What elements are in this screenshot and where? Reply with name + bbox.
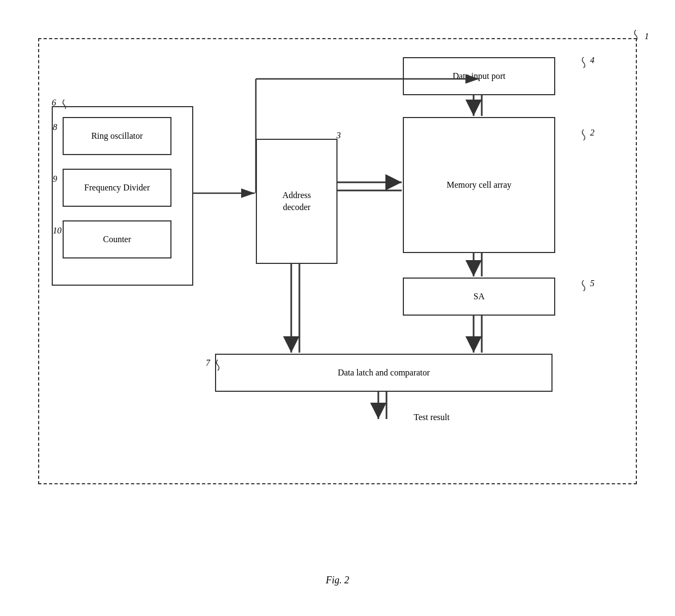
wavy-mark-1 bbox=[630, 27, 641, 44]
ref-5: 5 bbox=[590, 279, 594, 288]
wavy-mark-6 bbox=[59, 98, 70, 109]
ref-1: 1 bbox=[645, 32, 649, 41]
ring-oscillator-box: Ring oscillator bbox=[63, 117, 171, 155]
sa-label: SA bbox=[474, 291, 484, 303]
wavy-mark-5 bbox=[578, 279, 589, 292]
figure-caption: Fig. 2 bbox=[326, 575, 349, 586]
memory-cell-array-box: Memory cell array bbox=[403, 117, 555, 253]
ref-3: 3 bbox=[336, 131, 341, 140]
ring-oscillator-label: Ring oscillator bbox=[91, 130, 143, 142]
data-latch-label: Data latch and comparator bbox=[338, 367, 429, 379]
ref-2: 2 bbox=[590, 128, 594, 138]
ref-10: 10 bbox=[53, 226, 62, 236]
diagram-container: 1 6 Ring oscillator 8 Frequency Divider … bbox=[22, 22, 653, 512]
ref-8: 8 bbox=[53, 122, 57, 132]
frequency-divider-box: Frequency Divider bbox=[63, 169, 171, 207]
wavy-mark-2 bbox=[578, 128, 589, 141]
address-decoder-box: Addressdecoder bbox=[256, 139, 338, 264]
data-input-port-label: Data input port bbox=[453, 70, 506, 82]
ref-9: 9 bbox=[53, 174, 57, 184]
ref-6: 6 bbox=[52, 98, 56, 108]
counter-box: Counter bbox=[63, 220, 171, 258]
test-result-label: Test result bbox=[414, 412, 450, 422]
counter-label: Counter bbox=[103, 233, 131, 245]
memory-cell-array-label: Memory cell array bbox=[446, 179, 511, 191]
ref-7: 7 bbox=[206, 358, 210, 368]
data-input-port-box: Data input port bbox=[403, 57, 555, 95]
wavy-mark-4 bbox=[578, 56, 589, 69]
data-latch-box: Data latch and comparator bbox=[215, 354, 553, 392]
address-decoder-label: Addressdecoder bbox=[283, 189, 311, 214]
sa-box: SA bbox=[403, 278, 555, 316]
ref-4: 4 bbox=[590, 56, 594, 65]
frequency-divider-label: Frequency Divider bbox=[84, 182, 150, 194]
wavy-mark-7 bbox=[212, 358, 223, 372]
